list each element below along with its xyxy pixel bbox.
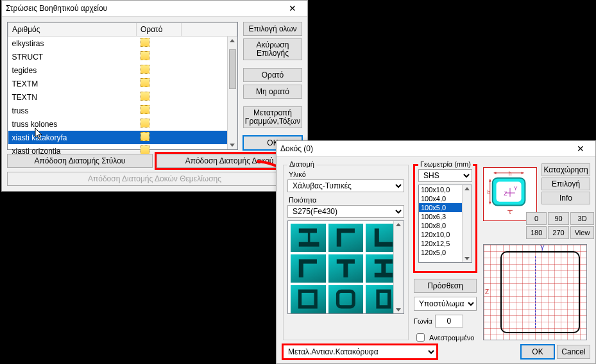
quality-select[interactable]: S275(Fe430): [287, 205, 404, 218]
right-buttons: Καταχώρηση Επιλογή Info: [541, 163, 590, 204]
profile-icon[interactable]: [328, 285, 364, 313]
material-select[interactable]: Χάλυβας-Τυπικές: [287, 179, 404, 192]
geometry-list[interactable]: 100x10,0100x4,0100x5,0100x6,3100x8,0120x…: [418, 185, 472, 263]
layer-visibility[interactable]: [137, 37, 182, 51]
sun-icon: [140, 132, 149, 141]
profile-icon[interactable]: [291, 224, 326, 252]
layer-visibility[interactable]: [137, 50, 182, 63]
select-all-button[interactable]: Επιλογή ολων: [243, 22, 302, 36]
layer-visibility[interactable]: [137, 104, 182, 117]
close-icon[interactable]: ✕: [570, 142, 592, 155]
layer-name: STRUCT: [8, 50, 137, 63]
member-type-select[interactable]: Υποστύλωμα: [414, 297, 477, 311]
layer-visibility[interactable]: [137, 131, 182, 144]
svg-text:t: t: [509, 209, 511, 215]
profile-icon[interactable]: [328, 224, 364, 252]
layer-name: truss: [8, 104, 137, 117]
sun-icon: [140, 119, 149, 128]
dialog-title: Στρώσεις Βοηθητικού αρχείου: [6, 4, 107, 13]
svg-rect-0: [300, 292, 316, 308]
add-button[interactable]: Πρόσθεση: [414, 279, 477, 293]
layer-name: truss kolones: [8, 117, 137, 131]
not-visible-button[interactable]: Μη ορατό: [243, 85, 302, 99]
titlebar[interactable]: Δοκός (0) ✕: [277, 141, 595, 157]
angle-label: Γωνία: [414, 317, 432, 325]
close-icon[interactable]: ✕: [282, 2, 303, 15]
layer-name: elkystiras: [8, 37, 137, 51]
material-label: Υλικό: [289, 170, 404, 178]
table-row[interactable]: elkystiras: [8, 37, 237, 51]
table-row[interactable]: tegides: [8, 63, 237, 77]
assign-foundation-section-button: Απόδοση Διατομής Δοκών Θεμελίωσης: [7, 172, 302, 186]
svg-text:Z: Z: [504, 190, 507, 197]
table-row[interactable]: xiasti katakoryfa: [8, 131, 237, 144]
select-button[interactable]: Επιλογή: [541, 178, 590, 190]
view-3d-button[interactable]: 3D: [570, 212, 595, 225]
col-visible[interactable]: Ορατό: [137, 23, 182, 37]
table-row[interactable]: truss: [8, 104, 237, 117]
layer-name: TEXTN: [8, 90, 137, 104]
view-0-button[interactable]: 0: [526, 212, 547, 225]
cancel-button[interactable]: Cancel: [557, 345, 590, 359]
sun-icon: [140, 78, 149, 87]
aux-layers-dialog: Στρώσεις Βοηθητικού αρχείου ✕ Αριθμός Ορ…: [1, 0, 308, 192]
scrollbar[interactable]: [462, 185, 472, 262]
register-button[interactable]: Καταχώρηση: [541, 163, 590, 176]
view-180-button[interactable]: 180: [526, 226, 547, 239]
sun-icon: [140, 65, 149, 74]
table-row[interactable]: TEXTM: [8, 77, 237, 90]
section-legend: Διατομή: [287, 160, 316, 168]
cancel-selection-button[interactable]: Ακύρωση Επιλογής: [243, 38, 302, 60]
svg-text:Y: Y: [514, 185, 518, 192]
layer-visibility[interactable]: [137, 77, 182, 90]
ok-button[interactable]: OK: [521, 345, 554, 359]
sun-icon: [140, 38, 149, 47]
layer-name: xiasti katakoryfa: [8, 131, 137, 144]
sun-icon: [140, 145, 149, 154]
svg-rect-1: [338, 292, 354, 308]
table-row[interactable]: TEXTN: [8, 90, 237, 104]
view-90-button[interactable]: 90: [548, 212, 568, 225]
quality-label: Ποιότητα: [289, 196, 404, 204]
sun-icon: [140, 105, 149, 114]
layers-listview[interactable]: Αριθμός Ορατό elkystirasSTRUCTtegidesTEX…: [7, 22, 238, 150]
shape-select[interactable]: SHS: [418, 169, 472, 182]
view-angle-buttons: 0 90 3D 180 270 View: [526, 212, 590, 239]
layer-visibility[interactable]: [137, 117, 182, 131]
dialog-title: Δοκός (0): [280, 144, 313, 153]
svg-rect-2: [378, 292, 389, 308]
profile-icon[interactable]: [291, 254, 326, 283]
layer-name: TEXTM: [8, 77, 137, 90]
visible-button[interactable]: Ορατό: [243, 68, 302, 82]
scrollbar[interactable]: [227, 37, 237, 149]
sun-icon: [140, 92, 149, 101]
scrollbar[interactable]: [393, 221, 404, 313]
view-view-button[interactable]: View: [570, 226, 595, 239]
layer-select[interactable]: Μεταλ.Αντιαν.Κατακόρυφα: [283, 345, 437, 359]
profile-icon[interactable]: [328, 254, 364, 283]
svg-text:h: h: [509, 170, 512, 177]
large-preview: Z Y: [483, 244, 587, 340]
table-row[interactable]: truss kolones: [8, 117, 237, 131]
section-group: Διατομή Υλικό Χάλυβας-Τυπικές Ποιότητα S…: [283, 165, 409, 340]
view-270-button[interactable]: 270: [548, 226, 568, 239]
side-buttons: Επιλογή ολων Ακύρωση Επιλογής Ορατό Μη ο…: [243, 22, 302, 150]
middle-controls: Πρόσθεση Υποστύλωμα Γωνία Ανεστραμμένο: [414, 279, 477, 343]
titlebar[interactable]: Στρώσεις Βοηθητικού αρχείου ✕: [2, 1, 307, 17]
beam-dialog: Δοκός (0) ✕ Διατομή Υλικό Χάλυβας-Τυπικέ…: [276, 140, 596, 364]
profile-icon[interactable]: [291, 285, 326, 313]
convert-lines-button[interactable]: Μετατροπή Γραμμών,Τόξων: [243, 106, 302, 128]
assign-column-section-button[interactable]: Απόδοση Διατομής Στύλου: [7, 154, 153, 168]
table-row[interactable]: STRUCT: [8, 50, 237, 63]
info-button[interactable]: Info: [541, 192, 590, 204]
profile-gallery[interactable]: [287, 220, 404, 314]
col-number[interactable]: Αριθμός: [8, 23, 137, 37]
flipped-checkbox[interactable]: Ανεστραμμένο: [414, 331, 477, 343]
layer-name: tegides: [8, 63, 137, 77]
geometry-group: Γεωμετρία (mm) SHS 100x10,0100x4,0100x5,…: [414, 165, 477, 272]
geometry-legend: Γεωμετρία (mm): [418, 160, 473, 168]
layer-visibility[interactable]: [137, 90, 182, 104]
angle-input[interactable]: [435, 315, 463, 327]
sun-icon: [140, 51, 149, 60]
layer-visibility[interactable]: [137, 63, 182, 77]
